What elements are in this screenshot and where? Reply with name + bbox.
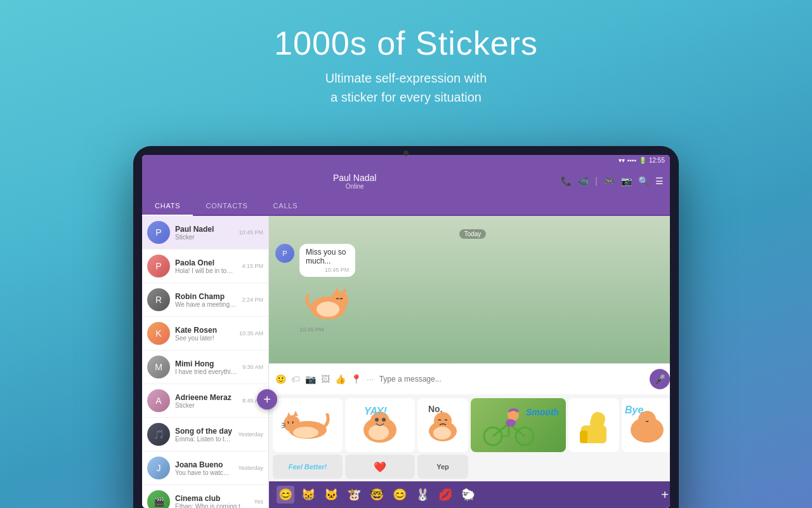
svg-point-2 — [317, 302, 339, 317]
svg-marker-3 — [334, 288, 339, 293]
sticker-input-icon[interactable]: 🏷 — [291, 374, 300, 384]
search-icon[interactable]: 🔍 — [638, 176, 649, 186]
sticker-1[interactable] — [273, 398, 343, 452]
camera-icon[interactable]: 📷 — [621, 176, 632, 186]
sticker-smooth[interactable]: Smooth — [471, 398, 566, 452]
svg-marker-4 — [342, 288, 347, 293]
emoji-item-sheep[interactable]: 🐑 — [459, 486, 477, 504]
emoji-item-face[interactable]: 😊 — [391, 486, 409, 504]
tab-contacts[interactable]: CONTACTS — [193, 197, 260, 215]
header-title-section: Paul Nadal Online — [148, 173, 561, 190]
sticker-heart[interactable]: ❤️ — [345, 455, 415, 479]
nav-tabs: CHATS CONTACTS CALLS — [142, 197, 670, 216]
like-input-icon[interactable]: 👍 — [335, 374, 346, 384]
image-input-icon[interactable]: 🖼 — [321, 374, 330, 384]
chat-meta: 9:30 AM — [242, 364, 263, 370]
emoji-item-cat2[interactable]: 🐱 — [322, 486, 340, 504]
emoji-input-icon[interactable]: 🙂 — [275, 374, 286, 384]
chat-name: Paul Nadel — [175, 225, 233, 234]
sticker-yay-svg: YAY! — [351, 403, 409, 448]
feel-better-text: Feel Better! — [289, 463, 327, 471]
emoji-item-nerd[interactable]: 🤓 — [368, 486, 386, 504]
app-header: Paul Nadal Online 📞 📹 | 🎮 📷 🔍 ☰ — [142, 165, 670, 197]
chat-time: 10:35 AM — [239, 330, 263, 337]
chat-item-adrieene[interactable]: A Adrieene Meraz Sticker 8:45 AM — [142, 384, 268, 418]
status-bar: ▾▾ ▪▪▪▪ 🔋 12:55 — [142, 155, 670, 165]
chat-item-kate[interactable]: K Kate Rosen See you later! 10:35 AM — [142, 317, 268, 351]
chat-preview: We have a meeting at 16 o'clock... — [175, 301, 237, 308]
chat-time: 9:30 AM — [242, 364, 263, 370]
chat-time: 2:24 PM — [242, 297, 263, 303]
tab-calls[interactable]: CALLS — [261, 197, 311, 215]
sticker-smooth-svg: Smooth — [474, 401, 563, 449]
contact-status: Online — [148, 183, 561, 190]
svg-text:No.: No. — [428, 404, 443, 414]
chat-preview: Emma: Listen to this track! — [175, 436, 233, 443]
chat-item-cinema[interactable]: 🎬 Cinema club Ethan: Who is coming tonig… — [142, 485, 268, 508]
message-text: Miss you so much... — [306, 248, 349, 265]
svg-rect-34 — [580, 431, 587, 443]
message-input[interactable] — [379, 375, 645, 384]
chat-item-paul[interactable]: P Paul Nadel Sticker 10:45 PM — [142, 216, 268, 250]
emoji-item-lips[interactable]: 💋 — [436, 486, 454, 504]
sticker-thumb[interactable] — [568, 398, 619, 452]
avatar-adrieene: A — [147, 389, 170, 412]
yep-text: Yep — [436, 463, 449, 471]
emoji-add-button[interactable]: + — [661, 488, 669, 502]
emoji-item-cow[interactable]: 🐮 — [345, 486, 363, 504]
tab-chats[interactable]: CHATS — [142, 197, 193, 215]
chat-info-song: Song of the day Emma: Listen to this tra… — [175, 427, 233, 443]
add-chat-button[interactable]: + — [257, 389, 277, 410]
message-group: Miss you so much... 10:45 PM — [299, 244, 379, 333]
chat-item-song[interactable]: 🎵 Song of the day Emma: Listen to this t… — [142, 418, 268, 451]
avatar-robin: R — [147, 288, 170, 311]
video-icon[interactable]: 📹 — [578, 176, 589, 186]
chat-item-joana[interactable]: J Joana Bueno You have to watch this! Ye… — [142, 451, 268, 485]
sticker-feel-better[interactable]: Feel Better! — [273, 455, 343, 479]
sticker-bye[interactable]: Bye — [622, 398, 670, 452]
sticker-no[interactable]: No. — [417, 398, 468, 452]
camera-input-icon[interactable]: 📷 — [305, 374, 316, 384]
svg-point-7 — [293, 427, 318, 438]
call-icon[interactable]: 📞 — [561, 176, 572, 186]
svg-marker-8 — [287, 412, 291, 417]
chat-window: Today P Miss you so much... 10:45 PM — [269, 216, 670, 508]
sticker-yep[interactable]: Yep — [417, 455, 468, 479]
battery-icon: 🔋 — [639, 157, 646, 164]
sticker-row-2: Feel Better! ❤️ Yep — [269, 453, 670, 481]
mic-button[interactable]: 🎤 — [650, 369, 670, 389]
chat-meta: Yes — [254, 498, 263, 505]
chat-meta: 2:24 PM — [242, 297, 263, 303]
sticker-yay[interactable]: YAY! — [345, 398, 415, 452]
chat-meta: Yesterday — [238, 431, 263, 438]
svg-point-30 — [506, 419, 516, 427]
gamepad-icon[interactable]: 🎮 — [604, 176, 615, 186]
chat-info-mimi: Mimi Hong I have tried everything, nothi… — [175, 359, 237, 375]
chat-item-mimi[interactable]: M Mimi Hong I have tried everything, not… — [142, 351, 268, 384]
chat-item-paola[interactable]: P Paola Onel Hola! I will be in town nex… — [142, 250, 268, 283]
emoji-item-smiley[interactable]: 😊 — [277, 486, 294, 504]
location-input-icon[interactable]: 📍 — [351, 374, 362, 384]
emoji-item-rabbit[interactable]: 🐰 — [414, 486, 431, 504]
svg-text:Bye: Bye — [625, 404, 643, 415]
message-row-incoming: P Miss you so much... 10:45 PM — [275, 244, 670, 333]
time-display: 12:55 — [649, 157, 665, 164]
sticker-container: 10:45 PM — [299, 281, 379, 333]
chat-name: Joana Bueno — [175, 460, 233, 469]
hero-section: 1000s of Stickers Ultimate self-expressi… — [0, 0, 812, 107]
chat-time: 10:45 PM — [239, 229, 263, 236]
svg-point-21 — [433, 427, 451, 439]
avatar-song: 🎵 — [147, 423, 170, 446]
chat-time: Yes — [254, 498, 263, 505]
chat-info-adrieene: Adrieene Meraz Sticker — [175, 393, 237, 409]
chat-preview: Hola! I will be in town next week, let's… — [175, 267, 237, 274]
chat-meta: 10:35 AM — [239, 330, 263, 337]
emoji-item-cat[interactable]: 😸 — [299, 486, 317, 504]
menu-icon[interactable]: ☰ — [655, 176, 664, 186]
tablet-frame: ▾▾ ▪▪▪▪ 🔋 12:55 Paul Nadal Online 📞 📹 | … — [133, 146, 679, 508]
chat-name: Kate Rosen — [175, 326, 234, 335]
sticker-thumb-svg — [575, 403, 613, 448]
more-input-icon[interactable]: ··· — [367, 374, 374, 384]
chat-item-robin[interactable]: R Robin Champ We have a meeting at 16 o'… — [142, 283, 268, 317]
chat-info-paul: Paul Nadel Sticker — [175, 225, 233, 241]
